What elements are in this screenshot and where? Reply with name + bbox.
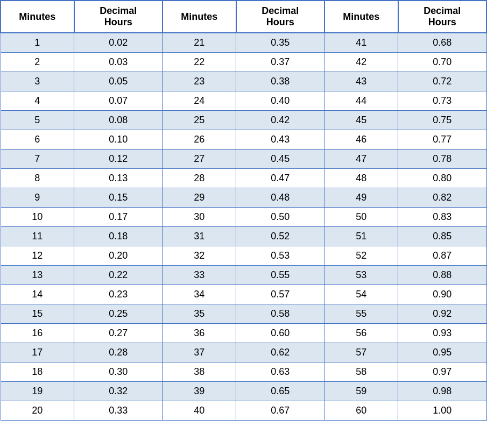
decimal-2: 0.42 bbox=[236, 111, 324, 130]
minutes-1: 5 bbox=[1, 111, 74, 130]
decimal-3: 0.72 bbox=[398, 72, 486, 91]
minutes-3: 42 bbox=[324, 53, 398, 72]
minutes-1: 2 bbox=[1, 53, 74, 72]
decimal-3: 0.83 bbox=[398, 208, 486, 227]
minutes-2: 39 bbox=[163, 382, 236, 401]
minutes-1: 14 bbox=[1, 285, 74, 304]
table-row: 15 0.25 35 0.58 55 0.92 bbox=[1, 304, 486, 324]
decimal-2: 0.60 bbox=[236, 324, 324, 343]
header-decimal-2: DecimalHours bbox=[236, 1, 324, 33]
minutes-2: 37 bbox=[163, 343, 236, 362]
decimal-3: 0.82 bbox=[398, 188, 486, 208]
minutes-2: 38 bbox=[163, 362, 236, 382]
decimal-2: 0.57 bbox=[236, 285, 324, 304]
table-row: 3 0.05 23 0.38 43 0.72 bbox=[1, 72, 486, 91]
decimal-1: 0.22 bbox=[74, 266, 163, 285]
table-row: 13 0.22 33 0.55 53 0.88 bbox=[1, 266, 486, 285]
minutes-3: 48 bbox=[324, 169, 398, 188]
decimal-3: 0.93 bbox=[398, 324, 486, 343]
decimal-1: 0.32 bbox=[74, 382, 163, 401]
minutes-2: 31 bbox=[163, 227, 236, 246]
minutes-1: 1 bbox=[1, 33, 74, 53]
decimal-3: 0.90 bbox=[398, 285, 486, 304]
minutes-1: 3 bbox=[1, 72, 74, 91]
decimal-1: 0.13 bbox=[74, 169, 163, 188]
minutes-3: 54 bbox=[324, 285, 398, 304]
header-minutes-2: Minutes bbox=[163, 1, 236, 33]
decimal-2: 0.38 bbox=[236, 72, 324, 91]
minutes-3: 44 bbox=[324, 91, 398, 111]
decimal-1: 0.02 bbox=[74, 33, 163, 53]
minutes-3: 57 bbox=[324, 343, 398, 362]
decimal-3: 0.98 bbox=[398, 382, 486, 401]
minutes-3: 56 bbox=[324, 324, 398, 343]
decimal-1: 0.08 bbox=[74, 111, 163, 130]
decimal-2: 0.67 bbox=[236, 401, 324, 421]
minutes-2: 27 bbox=[163, 150, 236, 169]
decimal-2: 0.53 bbox=[236, 246, 324, 266]
minutes-3: 58 bbox=[324, 362, 398, 382]
minutes-2: 34 bbox=[163, 285, 236, 304]
minutes-2: 30 bbox=[163, 208, 236, 227]
decimal-3: 0.97 bbox=[398, 362, 486, 382]
decimal-1: 0.23 bbox=[74, 285, 163, 304]
decimal-3: 1.00 bbox=[398, 401, 486, 421]
decimal-2: 0.50 bbox=[236, 208, 324, 227]
decimal-1: 0.27 bbox=[74, 324, 163, 343]
minutes-2: 26 bbox=[163, 130, 236, 150]
minutes-2: 35 bbox=[163, 304, 236, 324]
decimal-3: 0.75 bbox=[398, 111, 486, 130]
conversion-table: Minutes DecimalHours Minutes DecimalHour… bbox=[0, 0, 487, 421]
decimal-3: 0.88 bbox=[398, 266, 486, 285]
table-row: 1 0.02 21 0.35 41 0.68 bbox=[1, 33, 486, 53]
minutes-1: 10 bbox=[1, 208, 74, 227]
decimal-1: 0.18 bbox=[74, 227, 163, 246]
decimal-1: 0.07 bbox=[74, 91, 163, 111]
decimal-3: 0.95 bbox=[398, 343, 486, 362]
minutes-3: 50 bbox=[324, 208, 398, 227]
decimal-1: 0.25 bbox=[74, 304, 163, 324]
decimal-1: 0.28 bbox=[74, 343, 163, 362]
decimal-1: 0.20 bbox=[74, 246, 163, 266]
minutes-1: 13 bbox=[1, 266, 74, 285]
table-row: 5 0.08 25 0.42 45 0.75 bbox=[1, 111, 486, 130]
minutes-3: 43 bbox=[324, 72, 398, 91]
header-minutes-1: Minutes bbox=[1, 1, 74, 33]
decimal-1: 0.15 bbox=[74, 188, 163, 208]
decimal-2: 0.43 bbox=[236, 130, 324, 150]
minutes-3: 45 bbox=[324, 111, 398, 130]
minutes-2: 28 bbox=[163, 169, 236, 188]
decimal-2: 0.47 bbox=[236, 169, 324, 188]
table-row: 7 0.12 27 0.45 47 0.78 bbox=[1, 150, 486, 169]
decimal-1: 0.05 bbox=[74, 72, 163, 91]
table-row: 16 0.27 36 0.60 56 0.93 bbox=[1, 324, 486, 343]
minutes-1: 15 bbox=[1, 304, 74, 324]
table-row: 2 0.03 22 0.37 42 0.70 bbox=[1, 53, 486, 72]
minutes-2: 24 bbox=[163, 91, 236, 111]
decimal-3: 0.80 bbox=[398, 169, 486, 188]
minutes-2: 33 bbox=[163, 266, 236, 285]
table-row: 10 0.17 30 0.50 50 0.83 bbox=[1, 208, 486, 227]
minutes-2: 40 bbox=[163, 401, 236, 421]
decimal-1: 0.17 bbox=[74, 208, 163, 227]
decimal-1: 0.12 bbox=[74, 150, 163, 169]
minutes-3: 49 bbox=[324, 188, 398, 208]
minutes-1: 19 bbox=[1, 382, 74, 401]
minutes-1: 8 bbox=[1, 169, 74, 188]
minutes-1: 6 bbox=[1, 130, 74, 150]
decimal-3: 0.85 bbox=[398, 227, 486, 246]
minutes-1: 16 bbox=[1, 324, 74, 343]
minutes-3: 52 bbox=[324, 246, 398, 266]
decimal-3: 0.70 bbox=[398, 53, 486, 72]
decimal-2: 0.48 bbox=[236, 188, 324, 208]
decimal-2: 0.45 bbox=[236, 150, 324, 169]
decimal-3: 0.87 bbox=[398, 246, 486, 266]
decimal-2: 0.37 bbox=[236, 53, 324, 72]
table-row: 14 0.23 34 0.57 54 0.90 bbox=[1, 285, 486, 304]
minutes-1: 17 bbox=[1, 343, 74, 362]
minutes-3: 59 bbox=[324, 382, 398, 401]
header-decimal-3: DecimalHours bbox=[398, 1, 486, 33]
table-row: 4 0.07 24 0.40 44 0.73 bbox=[1, 91, 486, 111]
minutes-3: 60 bbox=[324, 401, 398, 421]
decimal-2: 0.65 bbox=[236, 382, 324, 401]
